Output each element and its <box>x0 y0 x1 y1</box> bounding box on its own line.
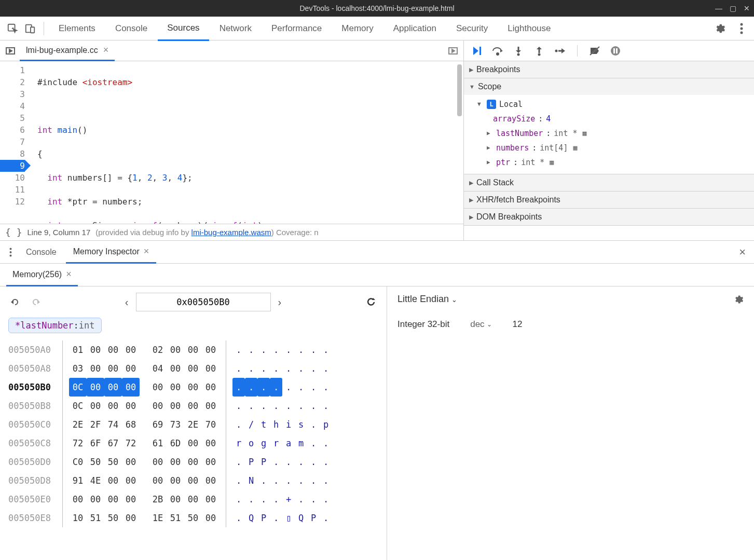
hex-byte[interactable]: 00 <box>122 490 140 509</box>
memory-icon[interactable]: ▦ <box>583 126 587 141</box>
memory-address-input[interactable] <box>136 293 271 311</box>
file-tab[interactable]: lmi-bug-example.cc × <box>20 40 115 61</box>
hex-byte[interactable]: 51 <box>87 509 104 527</box>
step-icon[interactable] <box>554 45 566 57</box>
hex-byte[interactable]: 6F <box>87 434 104 453</box>
addr-next-icon[interactable]: › <box>276 294 284 310</box>
tab-memory[interactable]: Memory <box>332 17 382 40</box>
hex-byte[interactable]: 0C <box>69 378 87 397</box>
hex-byte[interactable]: 00 <box>184 359 202 378</box>
hex-byte[interactable]: C0 <box>69 453 87 471</box>
minimize-icon[interactable]: — <box>715 4 722 12</box>
resume-icon[interactable] <box>471 45 483 57</box>
memory-tab[interactable]: Memory(256) × <box>6 264 78 286</box>
navigator-toggle-icon[interactable] <box>3 46 18 56</box>
hex-byte[interactable]: 00 <box>202 434 220 453</box>
step-over-icon[interactable] <box>492 45 503 57</box>
hex-byte[interactable]: 00 <box>184 397 202 415</box>
memory-tab-close-icon[interactable]: × <box>66 269 72 280</box>
scope-local[interactable]: ▼L Local <box>477 97 754 112</box>
tab-security[interactable]: Security <box>447 17 497 40</box>
hex-byte[interactable]: 50 <box>104 509 122 527</box>
hex-byte[interactable]: 50 <box>184 509 202 527</box>
hex-byte[interactable]: 2E <box>69 415 87 434</box>
drawer-tab-console[interactable]: Console <box>19 242 64 262</box>
hex-byte[interactable]: 67 <box>104 434 122 453</box>
hex-byte[interactable]: 00 <box>122 378 140 397</box>
hex-byte[interactable]: 00 <box>184 490 202 509</box>
drawer-close-icon[interactable]: × <box>735 245 750 259</box>
redo-icon[interactable] <box>29 295 43 309</box>
hex-byte[interactable]: 00 <box>149 378 167 397</box>
callstack-section[interactable]: ▶Call Stack <box>464 174 754 191</box>
hex-byte[interactable]: 00 <box>202 340 220 359</box>
hex-byte[interactable]: 00 <box>149 397 167 415</box>
hex-byte[interactable]: 00 <box>104 378 122 397</box>
run-snippet-icon[interactable] <box>446 46 460 56</box>
hex-byte[interactable]: 72 <box>122 434 140 453</box>
hex-byte[interactable]: 2F <box>87 415 104 434</box>
hex-byte[interactable]: 72 <box>69 434 87 453</box>
drawer-tab-memory-inspector[interactable]: Memory Inspector × <box>66 241 157 264</box>
hex-byte[interactable]: 00 <box>202 509 220 527</box>
tab-sources[interactable]: Sources <box>158 17 209 41</box>
var-numbers[interactable]: ▶numbers: int[4]▦ <box>477 141 754 155</box>
close-icon[interactable]: ✕ <box>744 4 750 12</box>
hex-byte[interactable]: 00 <box>149 453 167 471</box>
hex-byte[interactable]: 00 <box>104 471 122 490</box>
hex-byte[interactable]: 0C <box>69 397 87 415</box>
tab-performance[interactable]: Performance <box>262 17 331 40</box>
hex-byte[interactable]: 00 <box>122 340 140 359</box>
hex-byte[interactable]: 00 <box>104 359 122 378</box>
tab-elements[interactable]: Elements <box>49 17 105 40</box>
hex-byte[interactable]: 2B <box>149 490 167 509</box>
hex-byte[interactable]: 00 <box>202 471 220 490</box>
hex-byte[interactable]: 1E <box>149 509 167 527</box>
hex-byte[interactable]: 61 <box>149 434 167 453</box>
hex-byte[interactable]: 00 <box>202 378 220 397</box>
var-arraysize[interactable]: arraySize: 4 <box>477 112 754 126</box>
hex-byte[interactable]: 00 <box>87 397 104 415</box>
hex-byte[interactable]: 00 <box>167 490 184 509</box>
hex-byte[interactable]: 00 <box>202 359 220 378</box>
hex-byte[interactable]: 00 <box>184 340 202 359</box>
refresh-icon[interactable] <box>364 295 378 309</box>
hex-byte[interactable]: 50 <box>104 453 122 471</box>
hex-byte[interactable]: 74 <box>104 415 122 434</box>
code-editor[interactable]: 123456789101112 #include <iostream> int … <box>0 61 463 224</box>
maximize-icon[interactable]: ▢ <box>730 4 736 12</box>
hex-byte[interactable]: 00 <box>202 490 220 509</box>
hex-byte[interactable]: 00 <box>167 471 184 490</box>
deactivate-breakpoints-icon[interactable] <box>589 45 600 57</box>
hex-byte[interactable]: 00 <box>87 340 104 359</box>
tab-application[interactable]: Application <box>384 17 446 40</box>
hex-byte[interactable]: 70 <box>202 415 220 434</box>
scope-section[interactable]: ▼Scope <box>464 78 754 95</box>
hex-byte[interactable]: 00 <box>184 434 202 453</box>
breakpoints-section[interactable]: ▶Breakpoints <box>464 61 754 78</box>
hex-byte[interactable]: 00 <box>184 453 202 471</box>
hex-byte[interactable]: 00 <box>104 397 122 415</box>
drawer-kebab-icon[interactable] <box>4 248 17 257</box>
hex-byte[interactable]: 04 <box>149 359 167 378</box>
file-close-icon[interactable]: × <box>103 45 109 56</box>
hex-byte[interactable]: 03 <box>69 359 87 378</box>
hex-byte[interactable]: 00 <box>167 378 184 397</box>
hex-byte[interactable]: 68 <box>122 415 140 434</box>
hex-byte[interactable]: 73 <box>167 415 184 434</box>
memory-icon[interactable]: ▦ <box>550 155 554 170</box>
hex-byte[interactable]: 00 <box>87 490 104 509</box>
step-into-icon[interactable] <box>513 45 524 57</box>
memory-icon[interactable]: ▦ <box>573 141 577 155</box>
hex-byte[interactable]: 00 <box>104 490 122 509</box>
hex-byte[interactable]: 00 <box>122 471 140 490</box>
hex-byte[interactable]: 69 <box>149 415 167 434</box>
hex-byte[interactable]: 6D <box>167 434 184 453</box>
hex-byte[interactable]: 00 <box>122 509 140 527</box>
hex-byte[interactable]: 00 <box>104 340 122 359</box>
tab-network[interactable]: Network <box>210 17 261 40</box>
hex-byte[interactable]: 00 <box>87 378 104 397</box>
tab-lighthouse[interactable]: Lighthouse <box>498 17 560 40</box>
hex-byte[interactable]: 10 <box>69 509 87 527</box>
hex-byte[interactable]: 00 <box>184 378 202 397</box>
